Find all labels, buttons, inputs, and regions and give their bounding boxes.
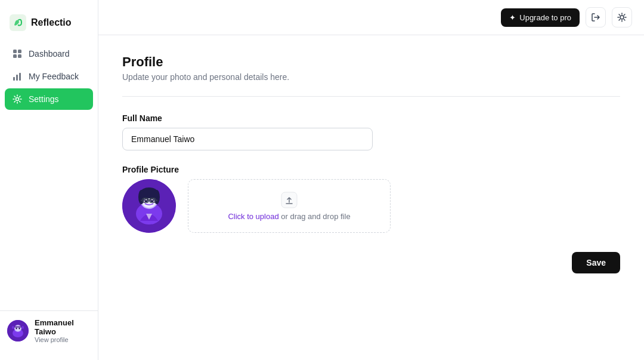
profile-picture-area: Click to upload or drag and drop file (122, 179, 620, 233)
profile-picture-label: Profile Picture (122, 165, 620, 174)
footer-user-name: Emmanuel Taiwo (35, 318, 91, 336)
sun-icon (617, 13, 627, 22)
upload-icon (281, 192, 298, 208)
svg-point-26 (151, 199, 153, 200)
svg-point-8 (16, 98, 19, 101)
file-upload-zone[interactable]: Click to upload or drag and drop file (188, 179, 391, 233)
logout-button[interactable] (586, 7, 606, 27)
logo-area: Reflectio (0, 10, 98, 43)
svg-point-18 (620, 16, 624, 19)
full-name-label: Full Name (122, 113, 620, 123)
logout-icon (591, 13, 600, 22)
upload-rest-label: or drag and drop file (279, 212, 351, 221)
footer-view-profile[interactable]: View profile (35, 336, 91, 343)
dashboard-icon (12, 48, 23, 59)
logo-icon (10, 14, 26, 31)
sidebar-item-my-feedback-label: My Feedback (29, 72, 79, 81)
save-button[interactable]: Save (572, 252, 620, 273)
current-avatar (122, 179, 176, 233)
main-content: ✦ Upgrade to pro Profile Update your pho… (98, 0, 644, 360)
full-name-input[interactable] (122, 128, 373, 150)
upgrade-icon: ✦ (509, 13, 516, 22)
sidebar-item-dashboard-label: Dashboard (29, 49, 70, 59)
page-subtitle: Update your photo and personal details h… (122, 72, 620, 82)
profile-picture-group: Profile Picture (122, 165, 620, 233)
sidebar-item-my-feedback[interactable]: My Feedback (5, 66, 93, 87)
sidebar-item-settings[interactable]: Settings (5, 88, 93, 110)
upgrade-button[interactable]: ✦ Upgrade to pro (501, 8, 580, 27)
sidebar-item-dashboard[interactable]: Dashboard (5, 43, 93, 64)
sidebar-footer[interactable]: Emmanuel Taiwo View profile (0, 310, 98, 350)
svg-rect-4 (18, 54, 21, 58)
svg-rect-15 (13, 326, 23, 328)
upload-text: Click to upload or drag and drop file (228, 212, 350, 221)
sidebar: Reflectio Dashboard (0, 0, 98, 360)
svg-rect-6 (16, 75, 18, 81)
my-feedback-icon (12, 71, 23, 82)
full-name-group: Full Name (122, 113, 620, 150)
save-button-row: Save (122, 252, 620, 273)
page-title: Profile (122, 54, 620, 70)
footer-info: Emmanuel Taiwo View profile (35, 318, 91, 343)
page-content: Profile Update your photo and personal d… (98, 35, 644, 360)
top-header: ✦ Upgrade to pro (98, 0, 644, 35)
upgrade-label: Upgrade to pro (519, 13, 571, 22)
svg-rect-3 (13, 54, 17, 58)
svg-rect-30 (140, 192, 158, 198)
svg-point-25 (145, 199, 147, 200)
upload-click-label[interactable]: Click to upload (228, 212, 278, 221)
sidebar-nav: Dashboard My Feedback Settings (0, 43, 98, 310)
svg-rect-1 (13, 50, 17, 53)
svg-rect-2 (18, 50, 21, 53)
theme-button[interactable] (612, 7, 632, 27)
app-name: Reflectio (31, 17, 72, 28)
svg-rect-5 (13, 77, 15, 81)
footer-avatar (7, 320, 29, 341)
divider (122, 96, 620, 97)
svg-rect-17 (21, 326, 24, 329)
settings-icon (12, 94, 23, 104)
svg-rect-16 (12, 326, 14, 329)
sidebar-item-settings-label: Settings (29, 94, 59, 104)
svg-rect-7 (19, 73, 21, 81)
